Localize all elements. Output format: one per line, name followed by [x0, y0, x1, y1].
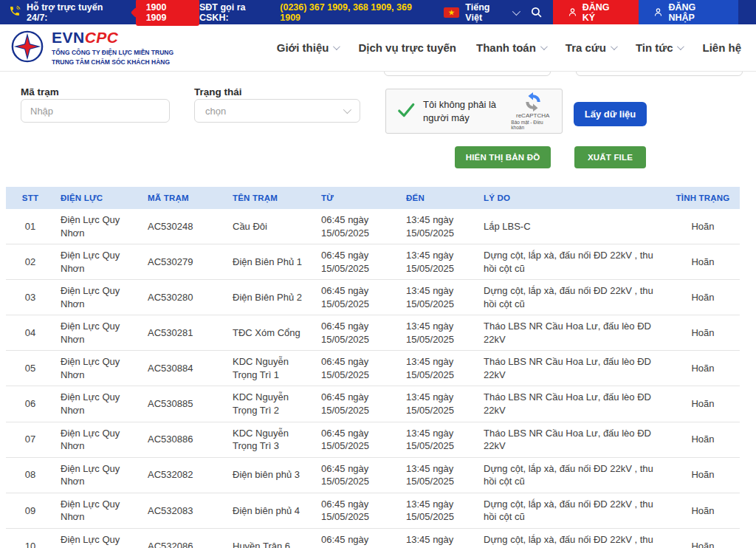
cell-ly_do: Dựng cột, lắp xà, đấu nối ĐD 22kV , thu … [478, 493, 666, 528]
vietnam-flag-icon: ★ [444, 7, 460, 18]
search-icon[interactable] [530, 6, 543, 18]
cell-tinh_trang: Hoãn [666, 457, 740, 493]
recaptcha-icon [523, 92, 543, 112]
cell-dien_luc: Điện Lực Quy Nhơn [55, 351, 142, 386]
cell-ma_tram: AC532082 [142, 457, 227, 493]
page: Hỗ trợ trực tuyến 24/7: 1900 1909 SĐT gọ… [0, 0, 756, 548]
station-code-label: Mã trạm [21, 86, 59, 97]
table-header-row: STTĐIỆN LỰCMÃ TRẠMTÊN TRẠMTỪĐẾNLÝ DOTÌNH… [6, 187, 740, 209]
cskh-label: SĐT gọi ra CSKH: [199, 2, 276, 23]
cell-ly_do: Tháo LBS NR Cầu Hoa Lư, đấu lèo ĐD 22kV [478, 351, 666, 386]
column-header: LÝ DO [478, 187, 666, 209]
cell-ten_tram: KDC Nguyễn Trọng Trì 3 [227, 422, 315, 457]
station-code-input[interactable] [21, 99, 170, 123]
nav-item[interactable]: Thanh toán [476, 41, 546, 54]
phone-icon [9, 5, 21, 19]
cell-stt: 09 [6, 493, 55, 528]
cell-stt: 03 [6, 280, 55, 315]
language-label: Tiếng Việt [465, 2, 509, 23]
org-line1: TỔNG CÔNG TY ĐIỆN LỰC MIỀN TRUNG [52, 48, 173, 57]
cell-ten_tram: Huyền Trân 6 [227, 528, 315, 548]
cell-ly_do: Tháo LBS NR Cầu Hoa Lư, đấu lèo ĐD 22kV [478, 315, 666, 351]
nav-item-label: Liên hệ [702, 41, 741, 54]
cell-stt: 04 [6, 315, 55, 351]
cell-ly_do: Dựng cột, lắp xà, đấu nối ĐD 22kV , thu … [478, 457, 666, 493]
nav-item-label: Dịch vụ trực tuyến [358, 41, 456, 54]
cell-ma_tram: AC530281 [142, 315, 227, 351]
cell-den: 13:45 ngày 15/05/2025 [400, 528, 478, 548]
show-map-button[interactable]: HIỂN THỊ BẢN ĐỒ [455, 146, 551, 168]
nav-item[interactable]: Liên hệ [702, 41, 741, 54]
column-header: ĐIỆN LỰC [55, 187, 142, 209]
cell-den: 13:45 ngày 15/05/2025 [400, 422, 478, 457]
cell-ly_do: Tháo LBS NR Cầu Hoa Lư, đấu lèo ĐD 22kV [478, 422, 666, 457]
nav-item[interactable]: Tin tức [636, 41, 683, 54]
nav-item-label: Tin tức [636, 41, 673, 54]
cell-ma_tram: AC532086 [142, 528, 227, 548]
cell-ma_tram: AC530248 [142, 209, 227, 244]
cell-ma_tram: AC530885 [142, 386, 227, 422]
cell-ten_tram: KDC Nguyễn Trọng Trì 2 [227, 386, 315, 422]
table-row: 07Điện Lực Quy NhơnAC530886KDC Nguyễn Tr… [6, 422, 740, 457]
brand[interactable]: EVNCPC TỔNG CÔNG TY ĐIỆN LỰC MIỀN TRUNG … [0, 29, 173, 66]
cell-stt: 02 [6, 244, 55, 280]
table-row: 03Điện Lực Quy NhơnAC530280Điện Biên Phủ… [6, 280, 740, 315]
nav-item[interactable]: Giới thiệu [277, 41, 339, 54]
cell-den: 13:45 ngày 15/05/2025 [400, 386, 478, 422]
login-button[interactable]: ĐĂNG NHẬP [639, 0, 738, 24]
cell-den: 13:45 ngày 15/05/2025 [400, 315, 478, 351]
cell-ma_tram: AC530279 [142, 244, 227, 280]
cell-tinh_trang: Hoãn [666, 528, 740, 548]
cell-tinh_trang: Hoãn [666, 386, 740, 422]
cell-dien_luc: Điện Lực Quy Nhơn [55, 315, 142, 351]
cell-den: 13:45 ngày 15/05/2025 [400, 244, 478, 280]
language-selector[interactable]: Tiếng Việt [465, 2, 518, 23]
table-row: 02Điện Lực Quy NhơnAC530279Điện Biên Phủ… [6, 244, 740, 280]
brand-text: EVNCPC TỔNG CÔNG TY ĐIỆN LỰC MIỀN TRUNG … [52, 29, 173, 66]
cell-dien_luc: Điện Lực Quy Nhơn [55, 493, 142, 528]
status-select[interactable]: chọn [194, 99, 360, 123]
cell-tu: 06:45 ngày 15/05/2025 [315, 422, 400, 457]
cell-ly_do: Lắp LBS-C [478, 209, 666, 244]
register-label: ĐĂNG KÝ [583, 2, 625, 23]
cell-dien_luc: Điện Lực Quy Nhơn [55, 386, 142, 422]
nav-item-label: Thanh toán [476, 41, 536, 54]
register-button[interactable]: ĐĂNG KÝ [553, 0, 639, 24]
cell-stt: 05 [6, 351, 55, 386]
cell-stt: 08 [6, 457, 55, 493]
cell-den: 13:45 ngày 15/05/2025 [400, 493, 478, 528]
chevron-down-icon [512, 7, 520, 15]
cell-stt: 07 [6, 422, 55, 457]
hotline-badge[interactable]: 1900 1909 [136, 0, 199, 26]
cell-ly_do: Dựng cột, lắp xà, đấu nối ĐD 22kV , thu … [478, 280, 666, 315]
cell-den: 13:45 ngày 15/05/2025 [400, 280, 478, 315]
nav-item[interactable]: Tra cứu [566, 41, 616, 54]
outage-table: STTĐIỆN LỰCMÃ TRẠMTÊN TRẠMTỪĐẾNLÝ DOTÌNH… [6, 187, 740, 548]
column-header: TỪ [315, 187, 400, 209]
site-header: EVNCPC TỔNG CÔNG TY ĐIỆN LỰC MIỀN TRUNG … [0, 24, 756, 72]
chevron-down-icon [677, 43, 684, 50]
table-row: 08Điện Lực Quy NhơnAC532082Điện biên phủ… [6, 457, 740, 493]
recaptcha-logo: reCAPTCHA Bảo mật - Điều khoản [511, 92, 554, 130]
cell-tinh_trang: Hoãn [666, 351, 740, 386]
cskh-numbers: (0236) 367 1909, 368 1909, 369 1909 [280, 2, 433, 23]
column-header: TÊN TRẠM [227, 187, 315, 209]
cell-ly_do: Tháo LBS NR Cầu Hoa Lư, đấu lèo ĐD 22kV [478, 386, 666, 422]
cell-dien_luc: Điện Lực Quy Nhơn [55, 280, 142, 315]
recaptcha-links[interactable]: Bảo mật - Điều khoản [511, 120, 554, 130]
cell-den: 13:45 ngày 15/05/2025 [400, 209, 478, 244]
recaptcha-widget[interactable]: Tôi không phải là người máy reCAPTCHA Bả… [385, 89, 563, 134]
cell-ten_tram: Cầu Đôi [227, 209, 315, 244]
cell-stt: 01 [6, 209, 55, 244]
get-data-button[interactable]: Lấy dữ liệu [574, 102, 647, 126]
nav-item[interactable]: Dịch vụ trực tuyến [358, 41, 456, 54]
status-select-value: chọn [205, 106, 226, 117]
support-label: Hỗ trợ trực tuyến 24/7: [27, 2, 126, 23]
topbar-right: SĐT gọi ra CSKH: (0236) 367 1909, 368 19… [199, 0, 756, 24]
cell-tu: 06:45 ngày 15/05/2025 [315, 386, 400, 422]
logo-cpc: CPC [85, 29, 119, 46]
export-file-button[interactable]: XUẤT FILE [574, 146, 646, 168]
cell-ten_tram: Điện Biên Phủ 1 [227, 244, 315, 280]
cell-tinh_trang: Hoãn [666, 315, 740, 351]
cell-ten_tram: KDC Nguyễn Trọng Trì 1 [227, 351, 315, 386]
